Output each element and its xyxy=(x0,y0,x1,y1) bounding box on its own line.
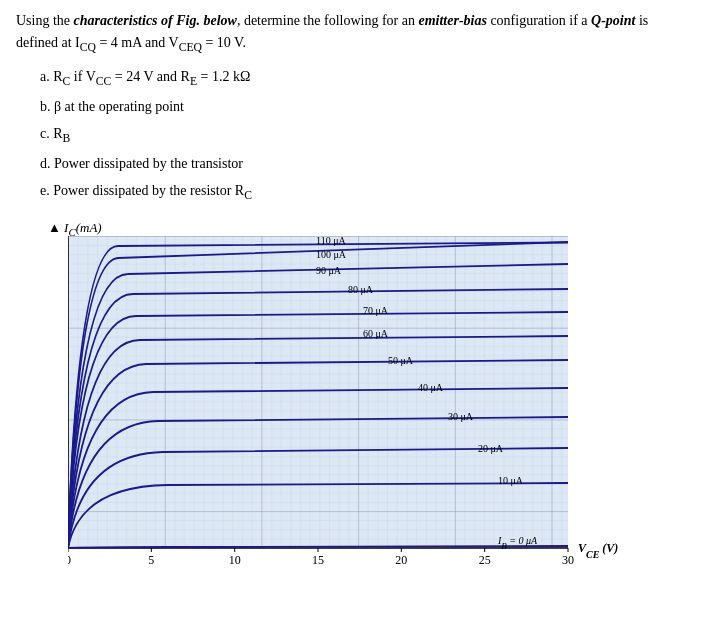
svg-text:110 μA: 110 μA xyxy=(316,236,346,246)
svg-text:20: 20 xyxy=(395,553,407,567)
svg-text:60 μA: 60 μA xyxy=(363,328,389,339)
part-d: d. Power dissipated by the transistor xyxy=(40,151,686,176)
svg-text:40 μA: 40 μA xyxy=(418,382,444,393)
svg-text:30 μA: 30 μA xyxy=(448,411,474,422)
svg-text:90 μA: 90 μA xyxy=(316,265,342,276)
svg-text:80 μA: 80 μA xyxy=(348,284,374,295)
svg-text:20 μA: 20 μA xyxy=(478,443,504,454)
part-c: c. RB xyxy=(40,121,686,149)
svg-rect-2 xyxy=(68,236,568,548)
svg-text:VCE (V): VCE (V) xyxy=(578,541,618,560)
part-b: b. β at the operating point xyxy=(40,94,686,119)
problem-parts: a. RC if VCC = 24 V and RE = 1.2 kΩ b. β… xyxy=(40,64,686,206)
part-e: e. Power dissipated by the resistor RC xyxy=(40,178,686,206)
svg-text:0: 0 xyxy=(68,553,71,567)
part-a: a. RC if VCC = 24 V and RE = 1.2 kΩ xyxy=(40,64,686,92)
problem-intro: Using the characteristics of Fig. below,… xyxy=(16,10,686,58)
svg-text:5: 5 xyxy=(148,553,154,567)
svg-text:50 μA: 50 μA xyxy=(388,355,414,366)
svg-text:70 μA: 70 μA xyxy=(363,305,389,316)
svg-text:30: 30 xyxy=(562,553,574,567)
svg-text:15: 15 xyxy=(312,553,324,567)
chart-area: ▲ IC(mA) 1 2 3 xyxy=(16,214,676,604)
svg-text:10 μA: 10 μA xyxy=(498,475,524,486)
y-axis-label: ▲ IC(mA) xyxy=(48,220,102,238)
svg-text:10: 10 xyxy=(229,553,241,567)
svg-text:25: 25 xyxy=(479,553,491,567)
chart-svg: 1 2 3 4 5 6 7 8 9 10 0 5 1 xyxy=(68,236,658,591)
svg-text:100 μA: 100 μA xyxy=(316,249,347,260)
